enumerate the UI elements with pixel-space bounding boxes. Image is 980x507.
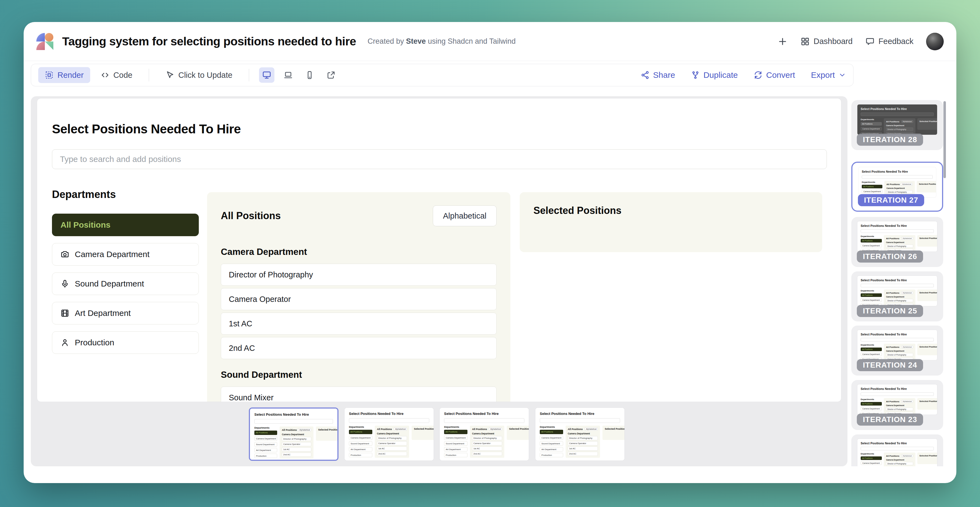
iteration-preview: Select Positions Needed To HireDepartmen… bbox=[859, 167, 936, 197]
new-project-button[interactable] bbox=[777, 36, 788, 47]
iteration-preview: Select Positions Needed To HireDepartmen… bbox=[535, 408, 624, 461]
iteration-card[interactable]: Select Positions Needed To HireDepartmen… bbox=[851, 100, 943, 150]
selected-positions-heading: Selected Positions bbox=[533, 205, 808, 216]
iteration-card[interactable]: Select Positions Needed To HireDepartmen… bbox=[851, 162, 943, 212]
render-frame-icon bbox=[45, 71, 54, 79]
iteration-thumbnail: Select Positions Needed To HireDepartmen… bbox=[858, 330, 937, 360]
iteration-thumbnail: Select Positions Needed To HireDepartmen… bbox=[858, 276, 937, 306]
iteration-preview: Select Positions Needed To HireDepartmen… bbox=[250, 408, 337, 460]
section-heading-camera: Camera Department bbox=[221, 246, 496, 257]
chevron-down-icon bbox=[838, 71, 846, 79]
iteration-preview: Select Positions Needed To HireDepartmen… bbox=[858, 276, 937, 306]
iteration-thumbnail: Select Positions Needed To HireDepartmen… bbox=[859, 167, 936, 197]
dashboard-grid-icon bbox=[800, 37, 810, 46]
selected-positions-panel: Selected Positions bbox=[520, 192, 822, 252]
feedback-button[interactable]: Feedback bbox=[865, 37, 913, 46]
byline: Created by Steve using Shadcn and Tailwi… bbox=[368, 37, 515, 46]
canvas-version-thumbnail[interactable]: Select Positions Needed To HireDepartmen… bbox=[535, 407, 625, 461]
convert-button[interactable]: Convert bbox=[754, 70, 795, 80]
position-row[interactable]: Camera Operator bbox=[221, 288, 496, 310]
user-avatar[interactable] bbox=[926, 33, 944, 50]
department-camera[interactable]: Camera Department bbox=[52, 243, 199, 265]
iteration-badge: ITERATION 24 bbox=[857, 359, 923, 371]
mic-icon bbox=[60, 279, 69, 288]
position-row[interactable]: Director of Photography bbox=[221, 264, 496, 286]
all-positions-heading: All Positions bbox=[221, 210, 281, 222]
chat-bubble-icon bbox=[865, 37, 875, 46]
position-row[interactable]: 2nd AC bbox=[221, 337, 496, 359]
code-tab[interactable]: Code bbox=[94, 67, 139, 83]
camera-icon bbox=[60, 250, 69, 259]
sidebar-scrollbar[interactable] bbox=[943, 101, 946, 178]
render-tab[interactable]: Render bbox=[38, 67, 90, 83]
iteration-preview: Select Positions Needed To HireDepartmen… bbox=[345, 408, 434, 461]
alphabetical-sort-button[interactable]: Alphabetical bbox=[433, 205, 496, 226]
iteration-card[interactable]: Select Positions Needed To HireDepartmen… bbox=[851, 217, 943, 267]
monitor-icon bbox=[262, 70, 271, 80]
export-button[interactable]: Export bbox=[811, 70, 846, 80]
department-sound[interactable]: Sound Department bbox=[52, 272, 199, 295]
departments-column: Departments All Positions Camera Departm… bbox=[52, 189, 199, 361]
search-input[interactable] bbox=[52, 149, 827, 169]
page-title: Tagging system for selecting positions n… bbox=[62, 35, 356, 48]
open-in-new-icon bbox=[326, 70, 336, 80]
user-icon bbox=[60, 338, 69, 347]
code-icon bbox=[101, 71, 110, 79]
app-heading: Select Positions Needed To Hire bbox=[52, 122, 241, 137]
canvas-version-thumbnail[interactable]: Select Positions Needed To HireDepartmen… bbox=[344, 407, 434, 461]
iteration-thumbnail: Select Positions Needed To HireDepartmen… bbox=[858, 221, 937, 251]
iteration-badge: ITERATION 27 bbox=[858, 194, 924, 206]
iteration-card[interactable]: Select Positions Needed To HireDepartmen… bbox=[851, 326, 943, 375]
iteration-card[interactable]: Select Positions Needed To HireDepartmen… bbox=[851, 380, 943, 430]
plus-icon bbox=[777, 36, 788, 47]
editor-toolbar: Render Code Click to Update Share bbox=[31, 64, 854, 86]
iteration-preview: Select Positions Needed To HireDepartmen… bbox=[858, 385, 937, 415]
smartphone-icon bbox=[305, 70, 314, 80]
iteration-preview: Select Positions Needed To HireDepartmen… bbox=[858, 105, 937, 135]
all-positions-panel: All Positions Alphabetical Camera Depart… bbox=[207, 192, 510, 402]
iteration-preview: Select Positions Needed To HireDepartmen… bbox=[858, 439, 937, 466]
iteration-card[interactable]: Select Positions Needed To HireDepartmen… bbox=[851, 271, 943, 321]
iteration-badge: ITERATION 26 bbox=[857, 251, 923, 262]
iteration-thumbnail: Select Positions Needed To HireDepartmen… bbox=[858, 105, 937, 135]
dashboard-button[interactable]: Dashboard bbox=[800, 37, 853, 46]
duplicate-button[interactable]: Duplicate bbox=[691, 70, 738, 80]
byline-author: Steve bbox=[406, 37, 426, 45]
canvas-version-thumbnail[interactable]: Select Positions Needed To HireDepartmen… bbox=[249, 407, 339, 461]
department-all-positions[interactable]: All Positions bbox=[52, 214, 199, 236]
iteration-card[interactable]: Select Positions Needed To HireDepartmen… bbox=[851, 434, 943, 466]
desktop-view-button[interactable] bbox=[259, 67, 274, 83]
share-button[interactable]: Share bbox=[641, 70, 675, 80]
canvas-version-thumbnail[interactable]: Select Positions Needed To HireDepartmen… bbox=[439, 407, 529, 461]
position-row[interactable]: 1st AC bbox=[221, 313, 496, 335]
iteration-thumbnail: Select Positions Needed To HireDepartmen… bbox=[858, 439, 937, 466]
laptop-view-button[interactable] bbox=[280, 67, 296, 83]
open-preview-button[interactable] bbox=[323, 67, 339, 83]
iterations-sidebar: Select Positions Needed To HireDepartmen… bbox=[848, 96, 956, 466]
iteration-badge: ITERATION 28 bbox=[857, 134, 923, 146]
mobile-view-button[interactable] bbox=[302, 67, 317, 83]
window-header: Tagging system for selecting positions n… bbox=[24, 22, 956, 61]
department-production[interactable]: Production bbox=[52, 331, 199, 354]
iteration-badge: ITERATION 23 bbox=[857, 413, 923, 426]
branch-icon bbox=[691, 71, 700, 79]
magic-patterns-logo-icon[interactable] bbox=[36, 33, 53, 50]
click-to-update-button[interactable]: Click to Update bbox=[159, 67, 239, 83]
iteration-preview: Select Positions Needed To HireDepartmen… bbox=[440, 408, 529, 461]
render-canvas: Select Positions Needed To Hire Departme… bbox=[31, 96, 848, 466]
iteration-badge: ITERATION 25 bbox=[857, 305, 923, 317]
section-heading-sound: Sound Department bbox=[221, 370, 496, 380]
film-icon bbox=[60, 309, 69, 318]
iteration-preview: Select Positions Needed To HireDepartmen… bbox=[858, 221, 937, 251]
convert-refresh-icon bbox=[754, 71, 762, 79]
app-window: Tagging system for selecting positions n… bbox=[24, 22, 956, 483]
department-art[interactable]: Art Department bbox=[52, 302, 199, 324]
iteration-thumbnail: Select Positions Needed To HireDepartmen… bbox=[858, 385, 937, 415]
share-icon bbox=[641, 71, 649, 79]
position-row[interactable]: Sound Mixer bbox=[221, 386, 496, 402]
iteration-preview: Select Positions Needed To HireDepartmen… bbox=[858, 330, 937, 360]
laptop-icon bbox=[283, 70, 293, 80]
departments-heading: Departments bbox=[52, 189, 199, 200]
app-preview: Select Positions Needed To Hire Departme… bbox=[37, 98, 842, 402]
cursor-icon bbox=[165, 71, 174, 79]
